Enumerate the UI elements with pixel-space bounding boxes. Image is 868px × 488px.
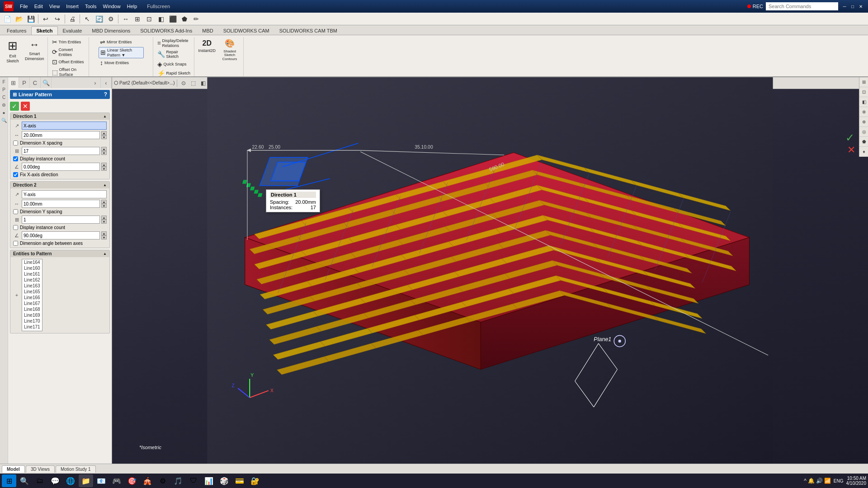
menu-tools[interactable]: Tools xyxy=(82,3,99,10)
dir2-spacing-down[interactable]: ▼ xyxy=(101,204,107,208)
tab-features[interactable]: Features xyxy=(2,26,31,35)
tab-mbd[interactable]: MBD xyxy=(197,26,218,35)
tray-network[interactable]: 📶 xyxy=(824,478,831,484)
dir1-instances-input[interactable] xyxy=(22,147,100,155)
right-icon-7[interactable]: ⬟ xyxy=(859,137,868,147)
tab-model[interactable]: Model xyxy=(2,465,25,473)
taskbar-app9[interactable]: 🎵 xyxy=(171,474,185,487)
viewport-checkmark[interactable]: ✓ xyxy=(845,131,854,144)
dir2-dim-angle-check[interactable] xyxy=(13,241,18,246)
taskbar-app14[interactable]: 🔐 xyxy=(248,474,262,487)
direction2-header[interactable]: Direction 2 ▲ xyxy=(10,182,109,188)
dir1-fix-check[interactable] xyxy=(13,172,18,177)
dir1-dim-x-check[interactable] xyxy=(13,141,18,145)
tab-cam-tbm[interactable]: SOLIDWORKS CAM TBM xyxy=(274,26,342,35)
dir2-instances-input[interactable] xyxy=(22,216,100,224)
taskbar-app13[interactable]: 💳 xyxy=(232,474,247,487)
right-icon-8[interactable]: ♦ xyxy=(859,147,868,157)
entity-item-line163[interactable]: Line163 xyxy=(22,283,42,289)
dir2-instances-down[interactable]: ▼ xyxy=(101,220,107,224)
toolbar-icon3[interactable]: ⊡ xyxy=(144,14,155,24)
search-input[interactable] xyxy=(766,2,838,10)
dir2-spacing-input[interactable] xyxy=(22,200,100,208)
dir1-angle-input[interactable] xyxy=(22,163,100,171)
select-button[interactable]: ↖ xyxy=(82,14,93,24)
move-entities-button[interactable]: ↕ Move Entities xyxy=(99,59,135,67)
undo-button[interactable]: ↩ xyxy=(40,14,51,24)
feature-tree-tab[interactable]: ⊞ xyxy=(8,77,19,88)
save-button[interactable]: 💾 xyxy=(25,14,36,24)
entity-item-line160[interactable]: Line160 xyxy=(22,265,42,271)
options-button[interactable]: ⚙ xyxy=(105,14,116,24)
toolbar-icon5[interactable]: ⬛ xyxy=(167,14,178,24)
start-button[interactable]: ⊞ xyxy=(2,474,16,487)
redo-button[interactable]: ↪ xyxy=(52,14,63,24)
taskbar-app8[interactable]: ⚙ xyxy=(156,474,170,487)
tray-icon3[interactable]: 🔊 xyxy=(816,478,823,484)
right-icon-6[interactable]: ◎ xyxy=(859,127,868,137)
repair-sketch-button[interactable]: 🔧 Repair Sketch xyxy=(156,49,192,60)
tray-icon1[interactable]: ^ xyxy=(804,478,807,484)
shaded-contours-button[interactable]: 🎨 Shaded Sketch Contours xyxy=(218,38,241,62)
tab-mbd-dimensions[interactable]: MBD Dimensions xyxy=(87,26,135,35)
taskbar-app6[interactable]: 🎯 xyxy=(125,474,139,487)
window-close[interactable]: ✕ xyxy=(857,3,864,9)
tab-3d-views[interactable]: 3D Views xyxy=(26,465,55,473)
offset-entities-button[interactable]: ⊡ Offset Entities xyxy=(51,58,87,66)
mirror-entities-button[interactable]: ⇌ Mirror Entities xyxy=(99,38,135,47)
smart-dim-toolbar[interactable]: ↔ xyxy=(120,14,131,24)
entity-item-line172[interactable]: Line172 xyxy=(22,330,42,331)
inspect-icon[interactable]: 🔍 xyxy=(0,117,8,124)
config-tab[interactable]: C xyxy=(30,77,41,88)
taskbar-app5[interactable]: 🎮 xyxy=(109,474,124,487)
tab-addins[interactable]: SOLIDWORKS Add-Ins xyxy=(135,26,197,35)
open-button[interactable]: 📂 xyxy=(14,14,24,24)
cam-manager-icon[interactable]: ⚙ xyxy=(0,101,8,108)
entity-item-line161[interactable]: Line161 xyxy=(22,271,42,277)
dir1-spacing-input[interactable] xyxy=(22,131,100,139)
print-button[interactable]: 🖨 xyxy=(67,14,78,24)
menu-window[interactable]: Window xyxy=(100,3,123,10)
panel-forward[interactable]: › xyxy=(90,77,101,88)
dir1-spacing-up[interactable]: ▲ xyxy=(101,131,107,135)
taskbar-app12[interactable]: 🎲 xyxy=(217,474,231,487)
quick-snaps-button[interactable]: ◈ Quick Snaps xyxy=(156,60,192,69)
tab-sketch[interactable]: Sketch xyxy=(31,26,57,35)
pp-help[interactable]: ? xyxy=(104,91,107,98)
rebuild-button[interactable]: 🔄 xyxy=(94,14,104,24)
taskbar-taskview[interactable]: 🗂 xyxy=(33,474,47,487)
display-delete-button[interactable]: ⌗ Display/Delete Relations xyxy=(156,38,192,49)
search-tab[interactable]: 🔍 xyxy=(41,77,52,88)
right-icon-1[interactable]: ⊞ xyxy=(859,77,868,87)
toolbar-icon7[interactable]: ✏ xyxy=(191,14,202,24)
appearance-icon[interactable]: ● xyxy=(0,109,8,116)
dir1-instances-up[interactable]: ▲ xyxy=(101,147,107,151)
menu-file[interactable]: File xyxy=(17,3,31,10)
smart-dimension-button[interactable]: ↔ SmartDimension xyxy=(24,38,46,62)
viewport[interactable]: ⬡ Part2 (Default<<Default>...) ⊙ ⬚ ◧ ⬛ ⬡… xyxy=(112,77,868,464)
rapid-sketch-button[interactable]: ⚡ Rapid Sketch xyxy=(156,69,192,76)
dir2-spacing-up[interactable]: ▲ xyxy=(101,200,107,204)
toolbar-icon6[interactable]: ⬟ xyxy=(179,14,190,24)
entity-item-line168[interactable]: Line168 xyxy=(22,306,42,312)
entity-item-line169[interactable]: Line169 xyxy=(22,312,42,318)
dir2-dim-y-check[interactable] xyxy=(13,209,18,214)
dir1-angle-down[interactable]: ▼ xyxy=(101,167,107,171)
instant2d-button[interactable]: 2D Instant2D xyxy=(197,38,217,54)
dir2-display-check[interactable] xyxy=(13,225,18,230)
property-tab[interactable]: P xyxy=(19,77,30,88)
taskbar-search[interactable]: 🔍 xyxy=(17,474,32,487)
new-button[interactable]: 📄 xyxy=(2,14,13,24)
menu-insert[interactable]: Insert xyxy=(63,3,81,10)
dir2-instances-up[interactable]: ▲ xyxy=(101,216,107,220)
dir1-instances-down[interactable]: ▼ xyxy=(101,151,107,155)
toolbar-icon2[interactable]: ⊞ xyxy=(132,14,143,24)
entity-item-line171[interactable]: Line171 xyxy=(22,324,42,330)
tab-motion-study[interactable]: Motion Study 1 xyxy=(56,465,96,473)
menu-help[interactable]: Help xyxy=(124,3,140,10)
convert-entities-button[interactable]: ⟳ Convert Entities xyxy=(51,47,87,58)
taskbar-app10[interactable]: 🛡 xyxy=(186,474,201,487)
entity-item-line162[interactable]: Line162 xyxy=(22,277,42,283)
right-icon-2[interactable]: ⊡ xyxy=(859,87,868,97)
window-maximize[interactable]: □ xyxy=(849,3,856,9)
